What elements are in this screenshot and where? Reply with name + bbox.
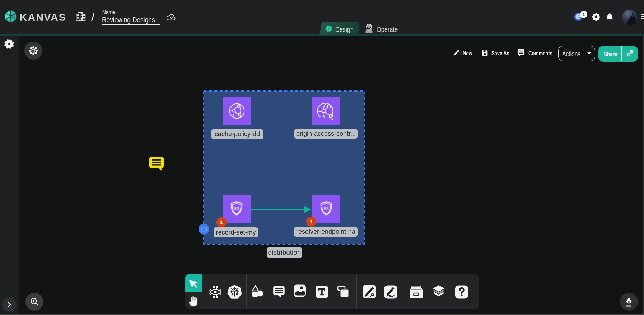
svg-text:53: 53 xyxy=(234,206,239,212)
svg-text:53: 53 xyxy=(324,206,329,212)
